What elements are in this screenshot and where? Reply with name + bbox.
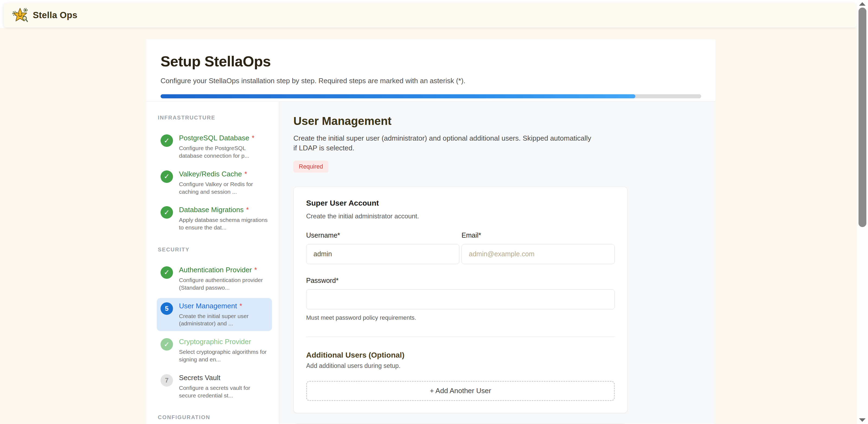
required-asterisk: *	[252, 134, 254, 142]
page-subtitle: Configure your StellaOps installation st…	[160, 77, 701, 85]
scroll-up-icon[interactable]	[859, 2, 866, 6]
stella-logo-icon	[12, 7, 28, 23]
progress-fill	[160, 94, 636, 98]
check-icon: ✓	[160, 134, 173, 147]
step-description: Configure the PostgreSQL database connec…	[179, 144, 268, 159]
page-scrollbar[interactable]	[857, 0, 868, 424]
additional-users-subtitle: Add additional users during setup.	[306, 362, 615, 369]
step-title: Authentication Provider	[179, 266, 252, 274]
super-user-account-card: Super User Account Create the initial ad…	[293, 187, 627, 413]
required-asterisk: *	[254, 266, 257, 274]
sidebar-item-secrets-vault[interactable]: 7 Secrets Vault Configure a secrets vaul…	[157, 370, 272, 403]
section-label-configuration: CONFIGURATION	[158, 414, 272, 421]
required-badge: Required	[293, 161, 329, 172]
step-title: Cryptographic Provider	[179, 337, 268, 346]
sidebar-item-authentication-provider[interactable]: ✓ Authentication Provider* Configure aut…	[157, 262, 272, 295]
step-description: Select cryptographic algorithms for sign…	[179, 348, 268, 363]
required-asterisk: *	[244, 170, 247, 178]
check-icon: ✓	[160, 206, 173, 219]
step-description: Create the initial super user (administr…	[179, 313, 268, 327]
card-title: Super User Account	[306, 199, 615, 207]
validation-checks-card: Validation Checks connectivity Check pas…	[293, 423, 627, 424]
sidebar-item-cryptographic-provider[interactable]: ✓ Cryptographic Provider Select cryptogr…	[157, 334, 272, 367]
step-title: User Management	[179, 302, 237, 310]
scroll-down-icon[interactable]	[859, 418, 866, 422]
page-title: Setup StellaOps	[160, 53, 701, 70]
additional-users-title: Additional Users (Optional)	[306, 351, 615, 360]
add-another-user-button[interactable]: + Add Another User	[306, 381, 615, 401]
required-asterisk: *	[246, 206, 249, 214]
check-icon: ✓	[160, 338, 173, 351]
step-description: Apply database schema migrations to ensu…	[179, 216, 268, 231]
required-asterisk: *	[240, 302, 242, 310]
sidebar-item-database-migrations[interactable]: ✓ Database Migrations* Apply database sc…	[157, 202, 272, 235]
step-title: Secrets Vault	[179, 373, 268, 382]
scrollbar-thumb[interactable]	[859, 8, 866, 227]
step-description: Configure Valkey or Redis for caching an…	[179, 181, 268, 195]
sidebar-item-postgresql-database[interactable]: ✓ PostgreSQL Database* Configure the Pos…	[157, 130, 272, 163]
app-title: Stella Ops	[33, 10, 77, 20]
step-description: Configure authentication provider (Stand…	[179, 276, 268, 291]
username-label: Username*	[306, 231, 459, 239]
top-app-bar: Stella Ops	[3, 3, 857, 27]
step-title: PostgreSQL Database	[179, 134, 249, 142]
username-input[interactable]	[306, 244, 459, 264]
sidebar-item-user-management[interactable]: 5 User Management* Create the initial su…	[157, 298, 272, 331]
step-heading: User Management	[293, 115, 701, 128]
step-number-badge: 7	[160, 374, 173, 387]
check-icon: ✓	[160, 170, 173, 183]
step-content-area: User Management Create the initial super…	[279, 102, 715, 424]
password-label: Password*	[306, 276, 615, 285]
card-subtitle: Create the initial administrator account…	[306, 213, 615, 220]
sidebar-item-valkey-redis-cache[interactable]: ✓ Valkey/Redis Cache* Configure Valkey o…	[157, 166, 272, 199]
step-description: Configure a secrets vault for secure cre…	[179, 384, 268, 399]
check-icon: ✓	[160, 266, 173, 279]
section-label-security: SECURITY	[158, 247, 272, 253]
step-number-badge: 5	[160, 302, 173, 315]
wizard-steps-sidebar: INFRASTRUCTURE ✓ PostgreSQL Database* Co…	[147, 102, 279, 424]
email-label: Email*	[462, 231, 615, 239]
setup-wizard-card: Setup StellaOps Configure your StellaOps…	[147, 39, 715, 424]
setup-progress-bar	[160, 94, 701, 98]
email-input[interactable]	[462, 244, 615, 264]
step-title: Valkey/Redis Cache	[179, 170, 242, 178]
wizard-header: Setup StellaOps Configure your StellaOps…	[147, 39, 715, 102]
password-helper-text: Must meet password policy requirements.	[306, 314, 615, 321]
step-description-text: Create the initial super user (administr…	[293, 134, 592, 153]
step-title: Database Migrations	[179, 206, 244, 214]
password-input[interactable]	[306, 289, 615, 309]
section-divider	[306, 336, 615, 337]
section-label-infrastructure: INFRASTRUCTURE	[158, 115, 272, 121]
